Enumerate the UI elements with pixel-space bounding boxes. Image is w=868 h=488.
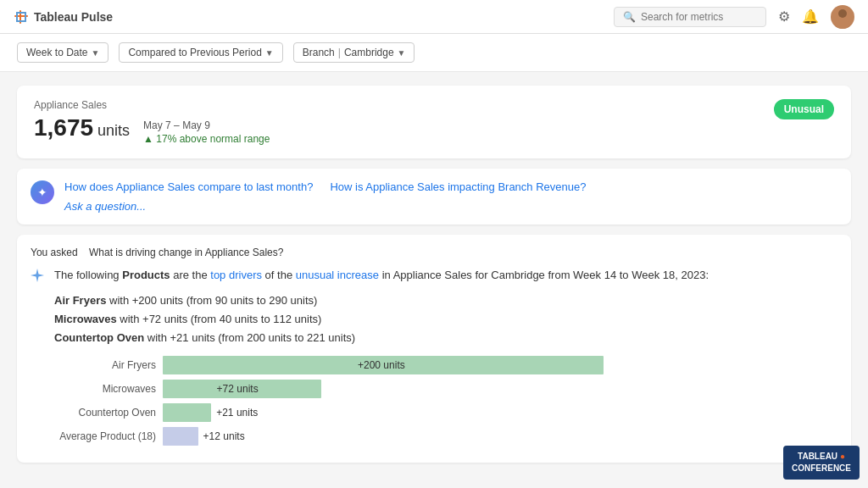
answer-item-2: Microwaves with +72 units (from 40 units… (54, 310, 837, 329)
highlight-products: Products (122, 269, 170, 281)
branch-filter-value: Cambridge (344, 47, 394, 58)
bar-row: Microwaves+72 units (54, 380, 837, 398)
bar-chart: Air Fryers+200 unitsMicrowaves+72 unitsC… (54, 356, 837, 446)
bar-fill (163, 427, 198, 446)
bar-value-label: +72 units (217, 383, 259, 395)
item-name-2: Microwaves (54, 313, 117, 325)
bar-fill (163, 403, 211, 422)
svg-point-6 (838, 9, 847, 18)
bar-label: Average Product (18) (54, 430, 156, 442)
search-bar[interactable]: 🔍 (614, 7, 766, 27)
metric-value: 1,675 (34, 114, 93, 141)
period-filter-label: Week to Date (26, 47, 87, 58)
comparison-filter-label: Compared to Previous Period (128, 47, 261, 58)
you-asked-static: You asked (31, 247, 78, 258)
unusual-badge: Unusual (774, 99, 834, 119)
answer-section: You asked What is driving change in Appl… (17, 235, 851, 463)
metric-date-range: May 7 – May 9 (143, 119, 270, 131)
suggested-questions: ✦ How does Appliance Sales compare to la… (17, 169, 851, 225)
svg-marker-8 (31, 269, 44, 282)
sparkle-icon: ✦ (31, 180, 54, 204)
question-link-1[interactable]: How does Appliance Sales compare to last… (64, 180, 313, 193)
gear-icon[interactable]: ⚙ (778, 8, 790, 25)
metric-change: ▲ 17% above normal range (143, 133, 270, 145)
svg-point-7 (835, 19, 850, 29)
bar-value-label: +200 units (358, 359, 405, 371)
main-content: Appliance Sales 1,675 units May 7 – May … (0, 72, 868, 488)
you-asked-label: You asked What is driving change in Appl… (31, 247, 837, 258)
answer-body: The following Products are the top drive… (31, 267, 837, 451)
answer-item-1: Air Fryers with +200 units (from 90 unit… (54, 291, 837, 310)
app-title: Tableau Pulse (34, 10, 113, 24)
bar-label: Microwaves (54, 383, 156, 395)
search-input[interactable] (641, 11, 751, 23)
filters-bar: Week to Date ▼ Compared to Previous Peri… (0, 34, 868, 72)
metric-card: Appliance Sales 1,675 units May 7 – May … (17, 86, 851, 158)
you-asked-question: What is driving change in Appliance Sale… (89, 247, 283, 258)
tableau-logo-icon (14, 9, 29, 25)
question-links: How does Appliance Sales compare to last… (64, 180, 837, 193)
answer-text: The following Products are the top drive… (54, 267, 837, 451)
tableau-logo: Tableau Pulse (14, 9, 113, 25)
questions-content: How does Appliance Sales compare to last… (64, 180, 837, 213)
metric-name: Appliance Sales (34, 99, 834, 111)
metric-units: units (93, 122, 130, 139)
search-icon: 🔍 (623, 11, 636, 23)
item-name-3: Countertop Oven (54, 331, 144, 344)
app-header: Tableau Pulse 🔍 ⚙ 🔔 (0, 0, 868, 34)
bar-value-label: +21 units (216, 407, 258, 419)
answer-item-3: Countertop Oven with +21 units (from 200… (54, 329, 837, 347)
metric-right-info: May 7 – May 9 ▲ 17% above normal range (143, 119, 270, 145)
branch-filter-label: Branch (303, 47, 335, 58)
bar-row: Average Product (18)+12 units (54, 427, 837, 446)
tc-badge: TABLEAU ● CONFERENCE (783, 446, 860, 480)
ask-question[interactable]: Ask a question... (64, 200, 837, 213)
answer-intro: The following Products are the top drive… (54, 267, 837, 285)
item-detail-2: with +72 units (from 40 units to 112 uni… (117, 313, 322, 325)
period-filter[interactable]: Week to Date ▼ (17, 42, 108, 63)
item-detail-3: with +21 units (from 200 units to 221 un… (144, 331, 355, 344)
answer-items: Air Fryers with +200 units (from 90 unit… (54, 291, 837, 347)
bar-container: +12 units (163, 427, 837, 446)
bar-row: Air Fryers+200 units (54, 356, 837, 374)
period-filter-chevron: ▼ (91, 48, 99, 58)
header-right: 🔍 ⚙ 🔔 (614, 5, 854, 29)
answer-sparkle-container (31, 269, 44, 451)
item-detail-1: with +200 units (from 90 units to 290 un… (106, 294, 317, 307)
metric-value-block: 1,675 units (34, 114, 130, 141)
bar-container: +72 units (163, 380, 837, 398)
bar-container: +200 units (163, 356, 837, 374)
bar-value-label: +12 units (203, 430, 245, 442)
bar-label: Countertop Oven (54, 407, 156, 419)
metric-inline: 1,675 units May 7 – May 9 ▲ 17% above no… (34, 114, 834, 145)
comparison-filter[interactable]: Compared to Previous Period ▼ (119, 42, 282, 63)
branch-filter[interactable]: Branch | Cambridge ▼ (293, 42, 415, 63)
highlight-unusual: unusual increase (296, 269, 379, 281)
item-name-1: Air Fryers (54, 294, 106, 307)
comparison-filter-chevron: ▼ (265, 48, 274, 58)
avatar[interactable] (831, 5, 854, 29)
svg-rect-5 (25, 12, 26, 22)
header-left: Tableau Pulse (14, 9, 113, 25)
branch-filter-chevron: ▼ (398, 48, 406, 58)
metric-meta: Unusual (774, 103, 834, 115)
answer-sparkle-icon (31, 269, 44, 282)
tc-badge-line2: CONFERENCE (792, 463, 851, 474)
bell-icon[interactable]: 🔔 (802, 8, 819, 25)
bar-container: +21 units (163, 403, 837, 422)
highlight-drivers: top drivers (210, 269, 262, 281)
tc-badge-line1: TABLEAU ● (792, 451, 851, 463)
bar-row: Countertop Oven+21 units (54, 403, 837, 422)
bar-label: Air Fryers (54, 359, 156, 371)
question-link-2[interactable]: How is Appliance Sales impacting Branch … (330, 180, 586, 193)
filter-separator: | (338, 47, 341, 58)
